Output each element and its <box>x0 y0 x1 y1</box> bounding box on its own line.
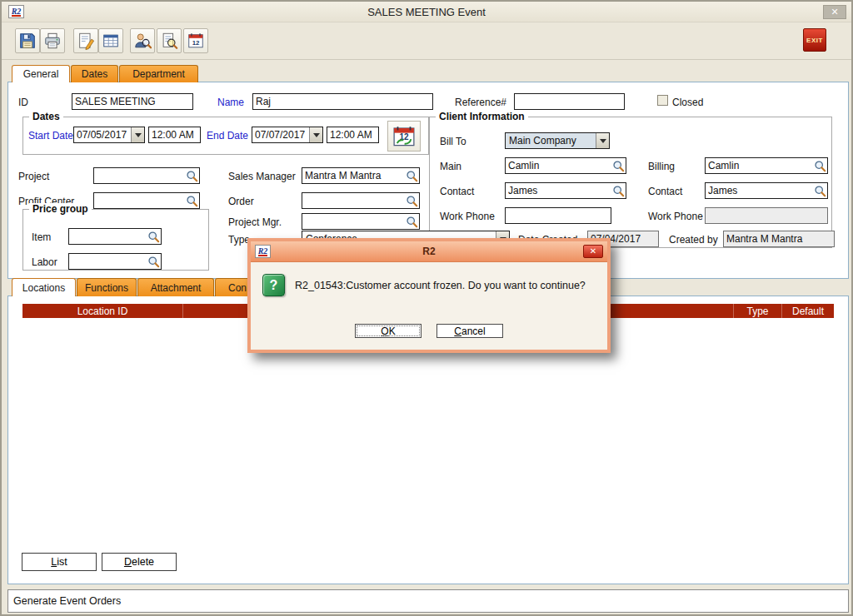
dialog-app-icon: R2 <box>255 245 271 258</box>
exit-button[interactable]: EXIT <box>803 28 826 52</box>
main-input[interactable] <box>506 158 612 173</box>
contact-left-input[interactable] <box>506 183 612 198</box>
tab-general[interactable]: General <box>12 65 70 82</box>
worksheet-button[interactable] <box>98 28 123 53</box>
start-date-input[interactable] <box>74 127 131 142</box>
tab-locations[interactable]: Locations <box>12 278 76 296</box>
window-titlebar[interactable]: R2 SALES MEETING Event ✕ <box>2 2 851 22</box>
delete-button[interactable]: Delete <box>102 553 177 571</box>
id-field-wrap <box>72 93 193 110</box>
tab-attachment[interactable]: Attachment <box>137 278 214 296</box>
id-label: ID <box>18 97 28 108</box>
sales-manager-lookup-icon[interactable] <box>406 170 418 182</box>
bill-to-dropdown-arrow-icon[interactable] <box>596 133 609 148</box>
billing-field-wrap <box>705 157 828 174</box>
person-search-icon <box>133 32 152 50</box>
id-input[interactable] <box>72 94 192 109</box>
bill-to-label: Bill To <box>440 136 466 147</box>
contact-left-label: Contact <box>440 186 474 197</box>
dialog-close-button[interactable]: ✕ <box>583 245 603 258</box>
app-icon: R2 <box>8 5 24 18</box>
start-time-input[interactable] <box>149 127 200 142</box>
price-group-title: Price group <box>29 203 92 215</box>
profit-center-input[interactable] <box>94 193 186 208</box>
reference-input[interactable] <box>515 94 624 109</box>
name-input[interactable] <box>253 94 432 109</box>
end-date-input[interactable] <box>252 127 309 142</box>
tab-functions[interactable]: Functions <box>77 278 137 296</box>
contact-left-lookup-icon[interactable] <box>612 185 625 197</box>
tab-department[interactable]: Department <box>119 65 198 82</box>
toolbar: 12 EXIT <box>2 23 851 60</box>
end-date-label: End Date <box>207 130 248 142</box>
price-group: Price group Item Labor <box>22 209 209 271</box>
edit-notes-button[interactable] <box>73 28 98 53</box>
billing-input[interactable] <box>706 158 814 173</box>
calendar-picker-button[interactable]: 12 <box>387 121 421 152</box>
dialog-body: ? R2_01543:Customer account frozen. Do y… <box>251 262 607 350</box>
save-button[interactable] <box>15 28 40 53</box>
work-phone-right-input <box>706 208 827 223</box>
reference-label: Reference# <box>455 97 506 108</box>
start-date-dropdown-arrow-icon[interactable] <box>131 127 144 142</box>
calendar-picker-icon: 12 <box>392 124 417 149</box>
project-mgr-input[interactable] <box>302 214 406 229</box>
order-input[interactable] <box>302 193 406 208</box>
document-search-button[interactable] <box>157 28 182 53</box>
dates-group-title: Dates <box>29 111 63 122</box>
order-lookup-icon[interactable] <box>406 195 418 207</box>
sales-manager-label: Sales Manager <box>228 171 296 182</box>
work-phone-left-field-wrap <box>505 207 611 224</box>
item-input[interactable] <box>69 229 147 244</box>
column-header-default: Default <box>782 304 834 318</box>
column-header-location-id: Location ID <box>22 304 183 318</box>
contact-right-lookup-icon[interactable] <box>814 185 826 197</box>
tab-dates[interactable]: Dates <box>71 65 118 82</box>
labor-field-wrap <box>68 253 162 270</box>
calendar-update-button[interactable]: 12 <box>183 28 208 53</box>
profit-center-lookup-icon[interactable] <box>186 195 198 207</box>
dialog-titlebar[interactable]: R2 R2 ✕ <box>251 241 607 262</box>
project-mgr-lookup-icon[interactable] <box>406 216 418 228</box>
end-time-input[interactable] <box>327 127 378 142</box>
print-button[interactable] <box>40 28 65 53</box>
client-information-group: Client Information Bill To Main Company … <box>429 117 832 248</box>
contact-left-field-wrap <box>505 182 626 199</box>
worksheet-icon <box>102 32 120 50</box>
dialog-title: R2 <box>251 246 607 257</box>
order-label: Order <box>228 196 254 207</box>
labor-input[interactable] <box>69 254 147 269</box>
item-label: Item <box>32 231 51 243</box>
list-button[interactable]: List <box>22 553 97 571</box>
item-lookup-icon[interactable] <box>147 231 160 243</box>
dialog-message: R2_01543:Customer account frozen. Do you… <box>295 280 601 291</box>
message-dialog: R2 R2 ✕ ? R2_01543:Customer account froz… <box>247 238 611 353</box>
item-field-wrap <box>68 228 162 245</box>
project-input[interactable] <box>94 168 186 183</box>
ok-button[interactable]: OK <box>355 324 422 338</box>
main-lookup-icon[interactable] <box>612 160 625 172</box>
bill-to-select[interactable]: Main Company <box>505 132 610 149</box>
save-icon <box>18 32 37 50</box>
print-icon <box>43 32 62 50</box>
end-date-dropdown-arrow-icon[interactable] <box>309 127 322 142</box>
project-label: Project <box>18 171 49 182</box>
project-lookup-icon[interactable] <box>186 170 198 182</box>
person-search-button[interactable] <box>130 28 155 53</box>
contact-right-input[interactable] <box>706 183 814 198</box>
window-close-button[interactable]: ✕ <box>823 5 846 19</box>
closed-checkbox[interactable] <box>657 95 668 106</box>
contact-right-label: Contact <box>648 186 682 197</box>
contact-right-field-wrap <box>705 182 828 199</box>
cancel-button[interactable]: Cancel <box>436 324 503 338</box>
billing-lookup-icon[interactable] <box>814 160 826 172</box>
status-text: Generate Event Orders <box>13 595 121 607</box>
work-phone-left-input[interactable] <box>506 208 611 223</box>
question-icon: ? <box>262 274 285 296</box>
project-mgr-label: Project Mgr. <box>228 216 282 228</box>
column-header-type: Type <box>734 304 782 318</box>
labor-lookup-icon[interactable] <box>147 256 160 268</box>
sales-manager-input[interactable] <box>302 168 406 183</box>
edit-notes-icon <box>77 32 95 50</box>
svg-text:12: 12 <box>192 39 200 47</box>
